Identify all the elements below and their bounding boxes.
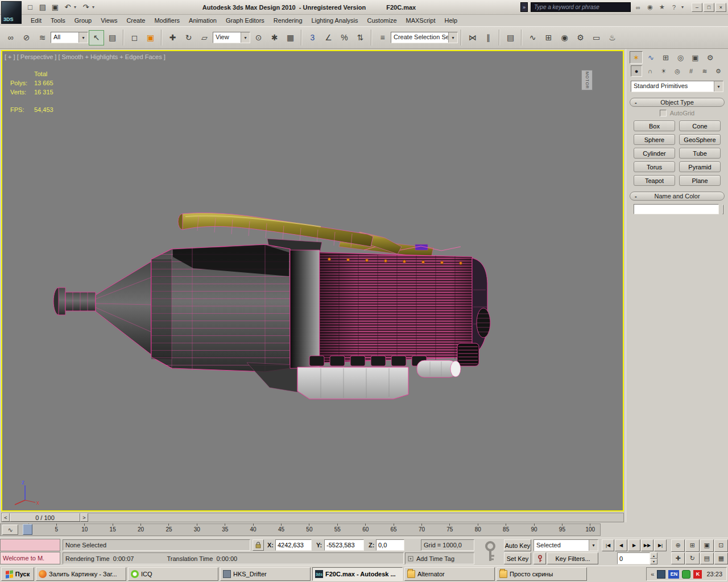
display-tab-icon[interactable]: ▣	[689, 51, 702, 64]
orbit-icon[interactable]: ↻	[685, 552, 699, 565]
redo-icon[interactable]: ↷	[80, 2, 92, 13]
select-and-manipulate-icon[interactable]: ✱	[267, 30, 282, 45]
select-by-name-icon[interactable]: ▤	[105, 30, 120, 45]
next-frame-playback-button[interactable]: ▶▶	[641, 539, 653, 551]
material-editor-icon[interactable]: ◉	[557, 30, 572, 45]
menu-item[interactable]: Animation	[184, 15, 221, 26]
shapes-category-icon[interactable]: ∩	[644, 65, 656, 77]
angle-snap-icon[interactable]: ∠	[321, 30, 336, 45]
primitive-button[interactable]: Cylinder	[634, 148, 675, 159]
current-frame-field[interactable]	[617, 552, 650, 564]
menu-item[interactable]: Rendering	[269, 15, 307, 26]
named-selection-sets-dropdown[interactable]: Create Selection Se ▾	[391, 32, 458, 43]
undo-dropdown-icon[interactable]: ▾	[74, 5, 80, 10]
maximize-viewport-toggle-icon[interactable]: ▦	[714, 552, 728, 565]
motion-tab-icon[interactable]: ◎	[674, 51, 687, 64]
key-filters-button[interactable]: Key Filters...	[547, 552, 598, 564]
primitive-button[interactable]: GeoSphere	[679, 134, 721, 145]
set-keys-key-icon[interactable]	[479, 539, 502, 564]
reference-coordinate-system-dropdown[interactable]: View ▾	[213, 32, 250, 43]
save-file-icon[interactable]: ▣	[49, 2, 61, 13]
frame-spinner[interactable]: ▴ ▾	[650, 552, 657, 564]
primitive-button[interactable]: Cone	[679, 120, 721, 131]
primitive-button[interactable]: Pyramid	[679, 161, 721, 172]
select-object-icon[interactable]: ↖	[89, 30, 104, 45]
macro-recorder-field[interactable]	[0, 539, 60, 551]
go-to-end-button[interactable]: ▶|	[654, 539, 667, 551]
select-and-rotate-icon[interactable]: ↻	[181, 30, 196, 45]
antivirus-tray-icon[interactable]: K	[693, 570, 702, 579]
object-color-swatch[interactable]	[722, 205, 723, 214]
messenger-tray-icon[interactable]	[682, 570, 690, 579]
next-frame-button[interactable]: >	[80, 513, 88, 522]
spinner-down-icon[interactable]: ▾	[650, 559, 657, 565]
unlink-selection-icon[interactable]: ⊘	[19, 30, 34, 45]
modify-tab-icon[interactable]: ∿	[644, 51, 657, 64]
pan-view-icon[interactable]: ✚	[671, 552, 685, 565]
select-and-link-icon[interactable]: ∞	[3, 30, 18, 45]
select-and-move-icon[interactable]: ✚	[165, 30, 180, 45]
hierarchy-tab-icon[interactable]: ⊞	[659, 51, 672, 64]
layer-manager-icon[interactable]: ▤	[503, 30, 518, 45]
app-logo-icon[interactable]: 3DS	[1, 1, 22, 24]
restore-button[interactable]: □	[704, 3, 714, 12]
taskbar-task-button[interactable]: Alternator	[404, 567, 495, 581]
space-warps-category-icon[interactable]: ≋	[699, 65, 710, 77]
menu-item[interactable]: MAXScript	[402, 15, 440, 26]
spinner-snap-icon[interactable]: ⇅	[353, 30, 368, 45]
field-of-view-icon[interactable]: ▤	[700, 552, 714, 565]
chevron-down-icon[interactable]: ▾	[78, 32, 88, 43]
snaps-toggle-icon[interactable]: 3	[305, 30, 320, 45]
chevron-down-icon[interactable]: ▾	[241, 32, 250, 43]
previous-frame-playback-button[interactable]: ◀	[615, 539, 627, 551]
add-time-tag-field[interactable]: Add Time Tag	[405, 552, 474, 564]
viewport-label[interactable]: [ + ] [ Perspective ] [ Smooth + Highlig…	[5, 53, 166, 60]
favorites-icon[interactable]: ★	[657, 3, 667, 12]
use-pivot-point-center-icon[interactable]: ⊙	[251, 30, 266, 45]
schematic-view-icon[interactable]: ⊞	[541, 30, 556, 45]
search-input[interactable]: Type a keyword or phrase	[531, 2, 631, 12]
y-coordinate-field[interactable]	[324, 539, 364, 551]
taskbar-task-button[interactable]: HKS_Drifter	[220, 567, 311, 581]
object-name-input[interactable]	[634, 204, 719, 214]
spinner-up-icon[interactable]: ▴	[650, 552, 657, 559]
taskbar-task-button[interactable]: ICQ	[128, 567, 218, 581]
set-key-button[interactable]: Set Key	[504, 552, 531, 564]
search-icon[interactable]: ∞	[634, 3, 643, 12]
render-production-icon[interactable]: ♨	[605, 30, 620, 45]
key-mode-dropdown[interactable]: Selected ▾	[533, 539, 598, 551]
autogrid-checkbox[interactable]	[660, 110, 667, 117]
minimize-button[interactable]: –	[692, 3, 702, 12]
primitive-button[interactable]: Sphere	[634, 134, 675, 145]
geometry-category-dropdown[interactable]: Standard Primitives ▾	[631, 81, 723, 92]
help-icon[interactable]: ?	[669, 3, 679, 12]
x-coordinate-field[interactable]	[275, 539, 312, 551]
keyboard-shortcut-override-icon[interactable]: ▦	[283, 30, 298, 45]
maxscript-mini-listener[interactable]: Welcome to M.	[0, 552, 60, 564]
create-tab-icon[interactable]: ✶	[630, 51, 643, 64]
tray-expand-icon[interactable]: «	[651, 571, 654, 577]
menu-item[interactable]: Customize	[363, 15, 402, 26]
undo-icon[interactable]: ↶	[61, 2, 74, 13]
percent-snap-icon[interactable]: %	[337, 30, 352, 45]
primitive-button[interactable]: Tube	[679, 148, 721, 159]
primitive-button[interactable]: Torus	[634, 161, 675, 172]
menu-item[interactable]: Graph Editors	[221, 15, 269, 26]
taskbar-task-button[interactable]: Залить Картинку - Заг...	[36, 567, 126, 581]
menu-item[interactable]: Edit	[26, 15, 46, 26]
open-file-icon[interactable]: ▤	[36, 2, 49, 13]
zoom-extents-icon[interactable]: ▣	[700, 539, 714, 552]
taskbar-task-button[interactable]: F20C.max - Autodesk ...	[312, 567, 403, 581]
menu-item[interactable]: Tools	[46, 15, 70, 26]
display-settings-tray-icon[interactable]	[657, 570, 665, 579]
window-crossing-toggle-icon[interactable]: ▣	[143, 30, 158, 45]
language-indicator[interactable]: EN	[668, 570, 679, 579]
zoom-extents-all-icon[interactable]: ⊡	[714, 539, 728, 552]
render-setup-icon[interactable]: ⚙	[573, 30, 588, 45]
auto-key-button[interactable]: Auto Key	[504, 539, 531, 551]
primitive-button[interactable]: Teapot	[634, 175, 675, 186]
play-animation-button[interactable]: ▶	[628, 539, 640, 551]
new-file-icon[interactable]: □	[24, 2, 36, 13]
open-mini-curve-editor-icon[interactable]: ∿	[2, 525, 18, 535]
time-slider-handle[interactable]: 0 / 100	[10, 513, 80, 522]
